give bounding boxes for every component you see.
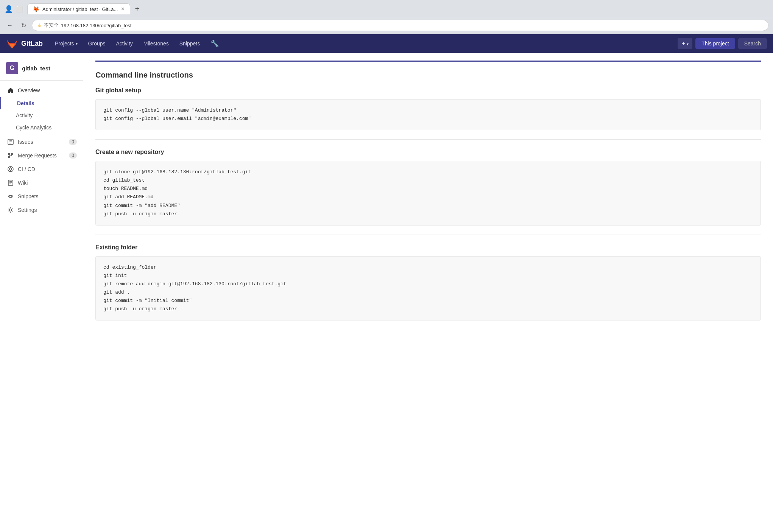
details-label: Details (17, 100, 34, 106)
create-new-repo-title: Create a new repository (95, 149, 761, 156)
browser-chrome: 👤 ⬜ 🦊 Administrator / gitlab_test · GitL… (0, 0, 773, 18)
svg-point-16 (10, 196, 11, 197)
back-btn[interactable]: ← (5, 20, 15, 31)
gitlab-logo[interactable]: GitLab (6, 37, 43, 50)
git-global-setup-section: Git global setup git config --global use… (95, 87, 761, 130)
git-global-setup-code-block: git config --global user.name "Administr… (95, 99, 761, 130)
divider-2 (95, 235, 761, 235)
existing-folder-code-block: cd existing_folder git init git remote a… (95, 256, 761, 321)
create-new-repo-section: Create a new repository git clone git@19… (95, 149, 761, 226)
git-global-setup-code: git config --global user.name "Administr… (103, 106, 753, 123)
sidebar-project-header: G gitlab_test (0, 59, 83, 81)
home-icon (7, 87, 14, 94)
overview-label: Overview (18, 87, 40, 93)
wiki-icon (7, 179, 14, 186)
wrench-icon: 🔧 (210, 39, 219, 48)
new-tab-btn[interactable]: + (132, 3, 142, 15)
wiki-label: Wiki (18, 180, 28, 186)
svg-point-5 (8, 156, 10, 158)
sidebar-item-details[interactable]: Details (0, 97, 83, 109)
sidebar-item-issues[interactable]: Issues 0 (0, 135, 83, 149)
plus-icon: + (681, 40, 685, 47)
existing-folder-code: cd existing_folder git init git remote a… (103, 263, 753, 314)
active-tab[interactable]: 🦊 Administrator / gitlab_test · GitLa...… (27, 3, 130, 14)
gitlab-logo-text: GitLab (21, 40, 43, 48)
issues-icon (7, 138, 14, 145)
existing-folder-section: Existing folder cd existing_folder git i… (95, 244, 761, 321)
nav-items: Projects ▾ Groups Activity Milestones Sn… (50, 36, 670, 51)
nav-milestones[interactable]: Milestones (139, 37, 173, 50)
create-new-repo-code-block: git clone git@192.168.182.130:root/gitla… (95, 161, 761, 226)
nav-admin-wrench[interactable]: 🔧 (206, 36, 223, 51)
tab-close-btn[interactable]: ✕ (121, 6, 125, 12)
sidebar-item-cycle-analytics[interactable]: Cycle Analytics (0, 121, 83, 134)
sidebar-item-activity[interactable]: Activity (0, 109, 83, 121)
nav-activity[interactable]: Activity (112, 37, 137, 50)
nav-snippets-label: Snippets (179, 40, 200, 47)
existing-folder-title: Existing folder (95, 244, 761, 251)
nav-search-btn[interactable]: Search (738, 38, 767, 49)
sidebar-item-overview[interactable]: Overview (0, 84, 83, 97)
nav-milestones-label: Milestones (143, 40, 169, 47)
tab-favicon: 🦊 (33, 6, 39, 12)
activity-label: Activity (16, 112, 33, 118)
divider-1 (95, 139, 761, 140)
sidebar-item-wiki[interactable]: Wiki (0, 176, 83, 190)
merge-requests-badge: 0 (69, 152, 77, 159)
git-global-setup-title: Git global setup (95, 87, 761, 94)
security-warning-icon: ⚠ (37, 23, 42, 28)
snippets-label: Snippets (18, 193, 38, 199)
url-text: 192.168.182.130/root/gitlab_test (61, 23, 131, 28)
address-bar-row: ← ↻ ⚠ 不安全 192.168.182.130/root/gitlab_te… (0, 18, 773, 34)
sidebar-item-merge-requests[interactable]: Merge Requests 0 (0, 149, 83, 162)
nav-snippets[interactable]: Snippets (175, 37, 204, 50)
nav-activity-label: Activity (116, 40, 133, 47)
nav-plus-btn[interactable]: + ▾ (678, 38, 692, 49)
plus-chevron: ▾ (687, 42, 689, 46)
avatar-letter: G (10, 65, 14, 72)
nav-this-project-btn[interactable]: This project (695, 38, 735, 49)
merge-requests-label: Merge Requests (18, 152, 57, 159)
svg-point-6 (11, 153, 13, 155)
nav-groups-label: Groups (88, 40, 106, 47)
sidebar-project-name: gitlab_test (22, 65, 50, 72)
merge-requests-icon (7, 152, 14, 159)
app-layout: G gitlab_test Overview Details Activity … (0, 53, 773, 532)
tab-view-icon: ⬜ (16, 5, 23, 12)
nav-projects[interactable]: Projects ▾ (50, 37, 82, 50)
nav-projects-chevron: ▾ (76, 42, 78, 46)
settings-icon (7, 207, 14, 213)
svg-point-17 (9, 209, 12, 211)
settings-label: Settings (18, 207, 37, 213)
ci-cd-icon (7, 166, 14, 173)
page-title: Command line instructions (95, 71, 761, 79)
security-text: 不安全 (44, 22, 59, 29)
create-new-repo-code: git clone git@192.168.182.130:root/gitla… (103, 168, 753, 218)
nav-projects-label: Projects (55, 40, 74, 47)
cycle-analytics-label: Cycle Analytics (16, 124, 51, 131)
sidebar-overview-section: Overview Details Activity Cycle Analytic… (0, 84, 83, 134)
user-icon: 👤 (5, 5, 13, 13)
main-content: Command line instructions Git global set… (83, 53, 773, 532)
project-avatar: G (6, 62, 18, 74)
address-bar[interactable]: ⚠ 不安全 192.168.182.130/root/gitlab_test (32, 20, 768, 31)
ci-cd-label: CI / CD (18, 166, 35, 172)
sidebar-item-snippets[interactable]: Snippets (0, 190, 83, 203)
refresh-btn[interactable]: ↻ (18, 20, 29, 31)
content-top-border (95, 61, 761, 62)
nav-groups[interactable]: Groups (84, 37, 110, 50)
sidebar-item-ci-cd[interactable]: CI / CD (0, 162, 83, 176)
tab-title: Administrator / gitlab_test · GitLa... (42, 6, 118, 12)
nav-right: + ▾ This project Search (678, 38, 767, 49)
sidebar: G gitlab_test Overview Details Activity … (0, 53, 83, 532)
issues-badge: 0 (69, 139, 77, 145)
svg-point-9 (9, 168, 12, 170)
snippets-icon (7, 193, 14, 200)
tab-bar: 🦊 Administrator / gitlab_test · GitLa...… (27, 3, 768, 15)
gitlab-logo-icon (6, 37, 18, 50)
browser-controls: 👤 ⬜ (5, 5, 23, 13)
gitlab-navbar: GitLab Projects ▾ Groups Activity Milest… (0, 34, 773, 53)
issues-label: Issues (18, 139, 33, 145)
svg-point-4 (8, 153, 10, 155)
sidebar-item-settings[interactable]: Settings (0, 203, 83, 217)
